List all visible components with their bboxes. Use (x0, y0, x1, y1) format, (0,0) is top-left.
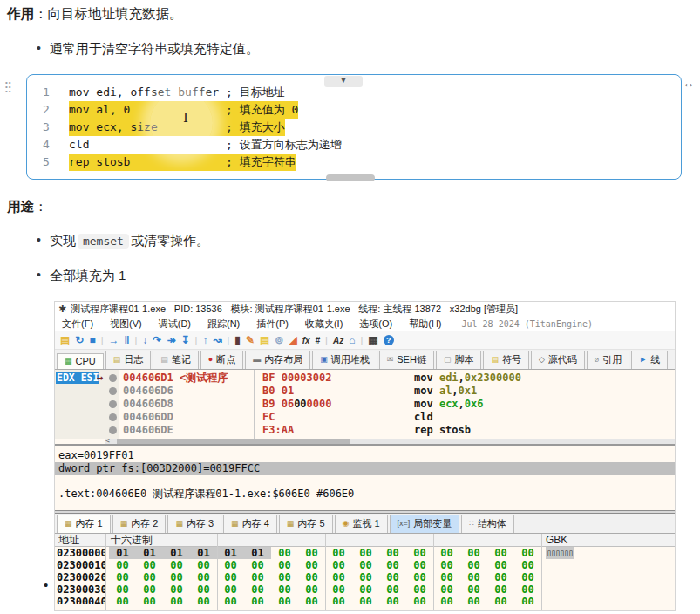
tab-threads[interactable]: ►线 (631, 351, 668, 369)
dump-row[interactable]: 0230003000000000000000000000000000000000 (55, 583, 675, 596)
tab-script[interactable]: ▢脚本 (436, 351, 482, 369)
disasm-bytes: B9 06000000 (262, 398, 331, 411)
tab-log[interactable]: ▤日志 (105, 351, 152, 369)
tab-memory-map[interactable]: ▬内存布局 (245, 351, 310, 369)
toolbar: ▤↻■|→‖|↓↷↠↧|↑↝|▮✎▤⊚◢fx#|Az⌂|▦? (55, 331, 675, 350)
tab-watch-1[interactable]: ◉监视 1 (335, 515, 388, 533)
breakpoint-dot-icon[interactable] (109, 413, 117, 421)
dump-header: 地址 十六进制 GBK (55, 534, 675, 547)
menu-item[interactable]: 插件(P) (256, 317, 289, 331)
x32dbg-bug-icon: ✱ (58, 304, 66, 315)
tab-struct[interactable]: ∷结构体 (461, 515, 514, 533)
tab-dump-5[interactable]: ▦内存 5 (279, 515, 333, 533)
menu-item[interactable]: 跟踪(N) (207, 317, 240, 331)
tab-dump-4[interactable]: ▦内存 4 (223, 515, 277, 533)
menu-item[interactable]: 选项(O) (359, 317, 392, 331)
code-hscrollbar-thumb[interactable] (326, 174, 375, 181)
run-to-user-code-icon[interactable]: ↠ (167, 335, 175, 345)
step-into-icon[interactable]: ↓ (142, 335, 147, 345)
menu-item[interactable]: 视图(V) (110, 317, 142, 331)
dump-row[interactable]: 0230002000000000000000000000000000000000 (55, 571, 675, 583)
resize-width-icon[interactable]: ↔ (683, 76, 695, 90)
dump-row[interactable]: 0230001000000000000000000000000000000000 (55, 559, 675, 571)
graph-icon[interactable]: ⌂ (349, 335, 355, 345)
step-out-icon[interactable]: ↑ (202, 335, 207, 345)
menu-item[interactable]: 调试(D) (159, 317, 191, 331)
menu-item[interactable]: 帮助(H) (409, 317, 441, 331)
bookmark-icon[interactable]: ⊚ (275, 335, 283, 345)
tab-dump-1[interactable]: ▦内存 1 (57, 515, 111, 533)
dump-col-hex: 十六进制 (111, 534, 153, 546)
tab-threads-icon: ► (639, 356, 647, 364)
tab-dump-2[interactable]: ▦内存 2 (112, 515, 167, 533)
tab-label: 内存 3 (187, 517, 214, 530)
disasm-row[interactable]: 004606D8B9 06000000mov ecx,0x6 (55, 398, 675, 411)
x32dbg-window[interactable]: ✱ 测试程序课程01-1.exe - PID: 13536 - 模块: 测试程序… (54, 301, 676, 611)
code-block[interactable]: 1mov edi, offset buffer ; 目标地址2mov al, 0… (26, 74, 682, 180)
comment-icon[interactable]: ✎ (246, 335, 255, 345)
calculator-icon[interactable]: ▦ (368, 335, 377, 345)
dump-row[interactable]: 0230004000000000000000000000000000000000 (55, 596, 675, 604)
stop-icon[interactable]: ■ (89, 335, 95, 345)
breakpoint-dot-icon[interactable] (109, 374, 117, 382)
trace-icon[interactable]: ◢ (289, 335, 296, 345)
memory-hash-icon[interactable]: # (316, 336, 321, 345)
code-line[interactable]: 2mov al, 0 ; 填充值为 0 (27, 101, 681, 119)
run-icon[interactable]: → (109, 335, 119, 345)
tab-breakpoints[interactable]: ●断点 (200, 351, 243, 369)
tab-source[interactable]: ◇源代码 (531, 351, 585, 369)
tab-seh[interactable]: ✉SEH链 (379, 351, 434, 369)
menu-item[interactable]: 收藏夹(I) (305, 317, 343, 331)
tab-label: 引用 (602, 353, 622, 366)
tab-symbols[interactable]: ▤符号 (483, 351, 529, 369)
disassembly-pane[interactable]: EDX ESI → 004606D1 <测试程序BF 00003002mov e… (55, 370, 675, 444)
disasm-row[interactable]: 004606DDFCcld (55, 411, 675, 424)
menu-items: 文件(F)视图(V)调试(D)跟踪(N)插件(P)收藏夹(I)选项(O)帮助(H… (62, 317, 442, 331)
tab-notes[interactable]: ▤笔记 (153, 351, 199, 369)
chevron-glyph: ▼ (340, 76, 348, 85)
menu-item[interactable]: 文件(F) (62, 317, 93, 331)
tab-dump-5-icon: ▦ (287, 520, 295, 528)
tab-cpu-icon: ▦ (65, 358, 72, 365)
skip-icon[interactable]: ↧ (180, 335, 189, 345)
dump-rows: 0230000001010101010100000000000000000000… (55, 547, 675, 604)
disasm-row[interactable]: 004606D6B0 01mov al,0x1 (55, 385, 675, 398)
help-icon[interactable]: ? (384, 335, 394, 345)
tab-dump-3[interactable]: ▦内存 3 (167, 515, 221, 533)
breakpoint-dot-icon[interactable] (109, 387, 117, 395)
tab-label: 局部变量 (413, 517, 452, 530)
breakpoint-dot-icon[interactable] (109, 400, 117, 408)
pause-icon[interactable]: ‖ (125, 335, 130, 345)
disasm-row[interactable]: 004606D1 <测试程序BF 00003002mov edi,0x23000… (55, 372, 675, 385)
disasm-row[interactable]: 004606DEF3:AArep stosb (55, 424, 675, 437)
chevron-down-icon[interactable]: ▼ (324, 76, 363, 87)
tab-call-stack[interactable]: ▣调用堆栈 (312, 351, 377, 369)
restart-icon[interactable]: ↻ (75, 335, 84, 345)
animate-icon[interactable]: ↝ (213, 335, 221, 345)
document-page: 作用：向目标地址填充数据。 通常用于清空字符串或填充特定值。 •••••• 1m… (0, 0, 700, 614)
tab-references[interactable]: ⌀引用 (587, 351, 629, 369)
strings-icon[interactable]: Az (333, 336, 343, 345)
toolbar-separator: | (101, 335, 104, 345)
breakpoint-dot-icon[interactable] (109, 426, 117, 434)
tab-cpu[interactable]: ▦CPU (57, 353, 104, 369)
scroll-left-icon[interactable]: < (105, 437, 110, 445)
memory-dump-pane[interactable]: 地址 十六进制 GBK 0230000001010101010100000000… (55, 534, 675, 611)
label-icon[interactable]: ▤ (260, 335, 269, 345)
step-over-icon[interactable]: ↷ (153, 335, 161, 345)
open-file-icon[interactable]: ▤ (60, 335, 70, 345)
code-line[interactable]: 3mov ecx, size ; 填充大小 (27, 119, 681, 136)
dump-col-gbk: GBK (546, 534, 567, 546)
dump-row[interactable]: 0230000001010101010100000000000000000000… (55, 547, 675, 559)
code-text-highlighted: rep stosb ; 填充字符串 (69, 154, 296, 171)
functions-icon[interactable]: fx (302, 336, 310, 345)
bullet-marker-4: • (44, 577, 48, 592)
tab-watch-1-icon: ◉ (343, 520, 350, 528)
patches-icon[interactable]: ▮ (234, 335, 241, 345)
code-line[interactable]: 5rep stosb ; 填充字符串 (27, 154, 681, 171)
line-number: 5 (27, 154, 69, 171)
tab-locals[interactable]: [x=]局部变量 (390, 515, 460, 533)
tab-label: 内存布局 (264, 353, 302, 366)
drag-handle-icon[interactable]: •••••• (5, 80, 12, 93)
code-line[interactable]: 4cld ; 设置方向标志为递增 (27, 136, 681, 154)
